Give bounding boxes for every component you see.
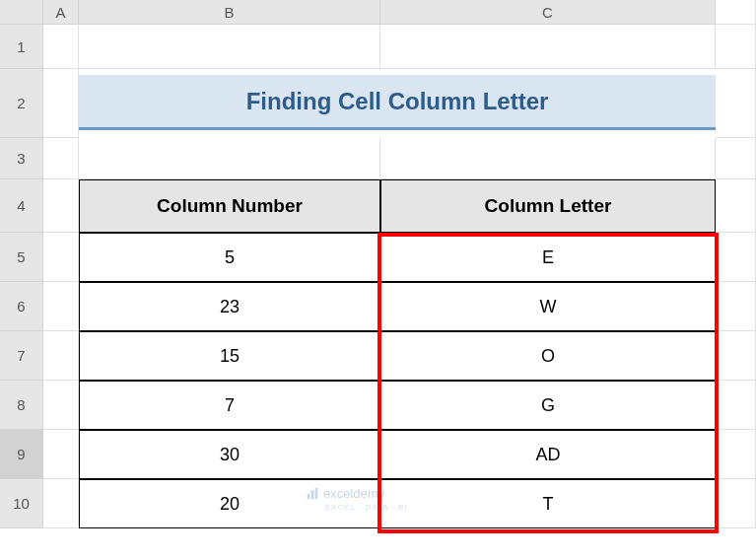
row-header-1[interactable]: 1 [0, 25, 43, 69]
title-cell[interactable]: Finding Cell Column Letter [79, 75, 716, 130]
cell-b1[interactable] [79, 25, 380, 69]
cell-a2[interactable] [43, 69, 79, 138]
table-header-column-number[interactable]: Column Number [79, 179, 380, 233]
table-cell-letter-6[interactable]: W [380, 282, 716, 331]
svg-rect-2 [315, 487, 318, 498]
cell-d10[interactable] [716, 479, 756, 528]
cell-a6[interactable] [43, 282, 79, 331]
table-cell-letter-10[interactable]: T [380, 479, 716, 528]
chart-icon [306, 487, 319, 501]
row-header-7[interactable]: 7 [0, 331, 43, 381]
column-header-b[interactable]: B [79, 0, 380, 25]
watermark-subtext: EXCEL · DATA · BI [325, 503, 408, 512]
cell-a10[interactable] [43, 479, 79, 528]
select-all-corner[interactable] [0, 0, 43, 25]
table-cell-letter-5[interactable]: E [380, 233, 716, 282]
table-cell-number-6[interactable]: 23 [79, 282, 380, 331]
row-header-10[interactable]: 10 [0, 479, 43, 528]
cell-a3[interactable] [43, 138, 79, 179]
table-cell-number-9[interactable]: 30 [79, 430, 380, 479]
table-cell-letter-8[interactable]: G [380, 381, 716, 430]
cell-d9[interactable] [716, 430, 756, 479]
column-header-a[interactable]: A [43, 0, 79, 25]
cell-a7[interactable] [43, 331, 79, 381]
cell-d6[interactable] [716, 282, 756, 331]
table-header-column-letter[interactable]: Column Letter [380, 179, 716, 233]
row-header-9[interactable]: 9 [0, 430, 43, 479]
cell-a9[interactable] [43, 430, 79, 479]
cell-d8[interactable] [716, 381, 756, 430]
row-header-2[interactable]: 2 [0, 69, 43, 138]
cell-d1[interactable] [716, 25, 756, 69]
cell-a8[interactable] [43, 381, 79, 430]
cell-a5[interactable] [43, 233, 79, 282]
spreadsheet-grid: A B C 1 2 Finding Cell Column Letter 3 4… [0, 0, 756, 528]
table-cell-number-5[interactable]: 5 [79, 233, 380, 282]
column-header-empty [716, 0, 756, 25]
table-cell-number-8[interactable]: 7 [79, 381, 380, 430]
cell-d5[interactable] [716, 233, 756, 282]
watermark-text: exceldemy [323, 486, 384, 501]
column-header-c[interactable]: C [380, 0, 716, 25]
cell-d7[interactable] [716, 331, 756, 381]
cell-a4[interactable] [43, 179, 79, 233]
svg-rect-1 [311, 490, 314, 499]
cell-d3[interactable] [716, 138, 756, 179]
cell-b3[interactable] [79, 138, 380, 179]
table-cell-number-7[interactable]: 15 [79, 331, 380, 381]
cell-c3[interactable] [380, 138, 716, 179]
cell-c1[interactable] [380, 25, 716, 69]
row-header-8[interactable]: 8 [0, 381, 43, 430]
row-header-4[interactable]: 4 [0, 179, 43, 233]
cell-a1[interactable] [43, 25, 79, 69]
table-cell-letter-7[interactable]: O [380, 331, 716, 381]
cell-d2[interactable] [716, 69, 756, 138]
cell-d4[interactable] [716, 179, 756, 233]
row-header-5[interactable]: 5 [0, 233, 43, 282]
row-header-6[interactable]: 6 [0, 282, 43, 331]
svg-rect-0 [308, 494, 310, 499]
table-cell-letter-9[interactable]: AD [380, 430, 716, 479]
row-header-3[interactable]: 3 [0, 138, 43, 179]
watermark: exceldemy [306, 486, 384, 501]
